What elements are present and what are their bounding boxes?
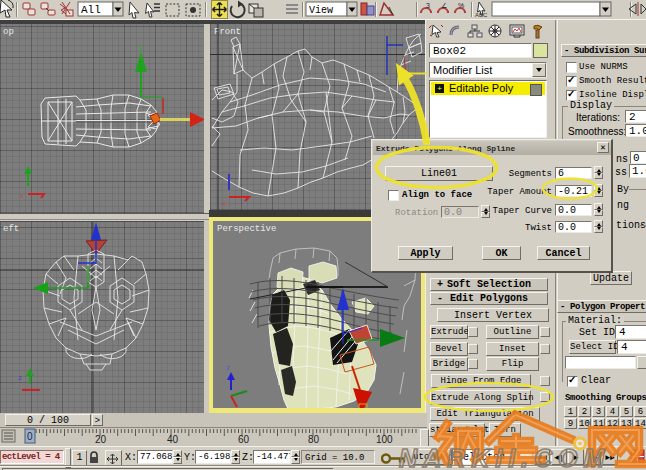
svg-text:z: z — [18, 374, 22, 382]
svg-text:y: y — [138, 43, 143, 52]
svg-text:x: x — [20, 192, 24, 200]
svg-text:z: z — [226, 364, 230, 372]
svg-text:x: x — [222, 200, 226, 208]
